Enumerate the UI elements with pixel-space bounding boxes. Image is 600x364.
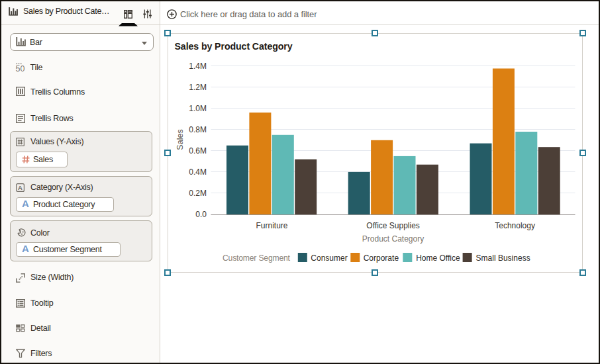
- svg-text:50: 50: [16, 64, 25, 72]
- svg-text:0.4M: 0.4M: [189, 167, 207, 177]
- svg-text:1.0M: 1.0M: [189, 104, 207, 113]
- svg-text:Home Office: Home Office: [416, 253, 460, 263]
- svg-text:1.2M: 1.2M: [189, 83, 207, 92]
- svg-text:Corporate: Corporate: [364, 253, 399, 263]
- svg-text:0.2M: 0.2M: [189, 189, 207, 198]
- svg-text:Furniture: Furniture: [256, 221, 287, 230]
- svg-text:0.6M: 0.6M: [189, 146, 207, 156]
- svg-text:Sales: Sales: [175, 129, 185, 150]
- svg-text:Consumer: Consumer: [311, 253, 347, 263]
- svg-text:Product Category: Product Category: [362, 234, 424, 244]
- svg-text:Technology: Technology: [495, 221, 535, 230]
- svg-text:Small Business: Small Business: [476, 253, 530, 263]
- svg-text:0.0: 0.0: [195, 210, 207, 219]
- svg-text:Customer Segment: Customer Segment: [223, 253, 291, 263]
- svg-text:Office Supplies: Office Supplies: [366, 221, 420, 230]
- svg-text:0.8M: 0.8M: [189, 125, 207, 134]
- svg-text:1.4M: 1.4M: [189, 62, 207, 71]
- svg-text:Sales by Product Category: Sales by Product Category: [175, 41, 293, 52]
- svg-text:A: A: [18, 184, 23, 191]
